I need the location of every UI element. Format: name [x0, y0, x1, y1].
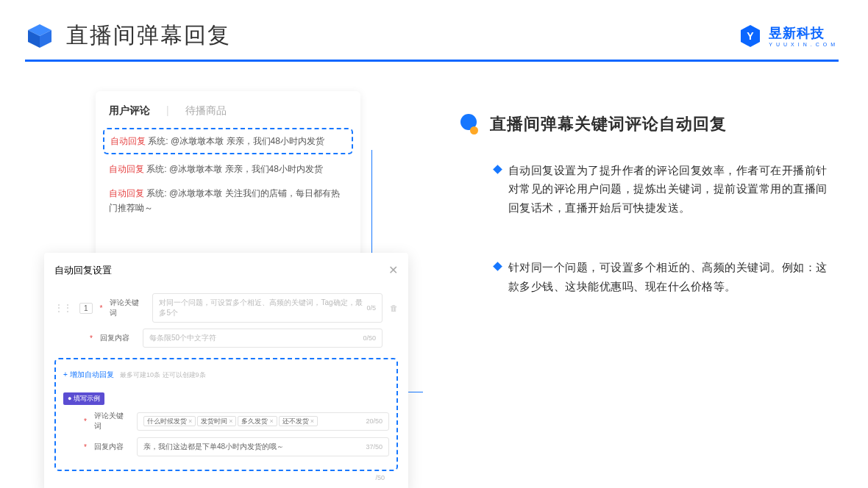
keyword-tag[interactable]: 还不发货×	[279, 416, 318, 426]
comment-row: 自动回复 系统: @冰墩墩本墩 关注我们的店铺，每日都有热门推荐呦～	[109, 182, 347, 220]
keyword-tag[interactable]: 什么时候发货×	[143, 416, 196, 426]
example-chip: ● 填写示例	[63, 392, 104, 405]
add-autoreply-link[interactable]: + 增加自动回复	[63, 370, 114, 380]
autoreply-tag: 自动回复	[109, 188, 144, 198]
tab-user-comments[interactable]: 用户评论	[109, 104, 150, 118]
close-icon[interactable]: ✕	[388, 263, 398, 277]
comment-text: 系统: @冰墩墩本墩 亲亲，我们48小时内发货	[146, 164, 323, 174]
add-hint: 最多可建10条 还可以创建9条	[120, 371, 206, 378]
bullet-diamond-icon	[493, 262, 502, 271]
comment-row: 自动回复 系统: @冰墩墩本墩 亲亲，我们48小时内发货	[109, 157, 347, 181]
svg-text:Y: Y	[747, 30, 755, 42]
required-dot: *	[90, 334, 93, 342]
keyword-label: 评论关键词	[110, 298, 145, 318]
autoreply-tag: 自动回复	[110, 136, 146, 146]
bullet-text: 针对同一个问题，可设置多个相近的、高频的关键词。例如：这款多少钱、这块能优惠吗、…	[508, 259, 839, 296]
drag-handle-icon[interactable]: ⋮⋮	[54, 303, 72, 313]
tab-pending-goods[interactable]: 待播商品	[185, 104, 227, 118]
delete-icon[interactable]: 🗑	[390, 304, 398, 312]
comment-text: 系统: @冰墩墩本墩 亲亲，我们48小时内发货	[148, 136, 324, 146]
required-dot: *	[100, 304, 103, 312]
cube-icon	[25, 21, 54, 51]
bullet-diamond-icon	[493, 165, 502, 174]
example-content-input[interactable]: 亲，我们这边都是下单48小时内发货的哦～ 37/50	[137, 437, 389, 456]
trailing-counter: /50	[54, 471, 398, 481]
logo-text: 昱新科技	[769, 24, 839, 42]
content-label: 回复内容	[100, 333, 135, 343]
example-keyword-label: 评论关键词	[94, 411, 129, 431]
modal-title: 自动回复设置	[54, 264, 112, 277]
tab-separator: |	[166, 104, 169, 118]
example-content-label: 回复内容	[94, 442, 129, 452]
bullet-text: 自动回复设置为了提升作者的评论回复效率，作者可在开播前针对常见的评论用户问题，提…	[508, 162, 839, 218]
example-keyword-input[interactable]: 什么时候发货×发货时间×多久发货×还不发货× 20/50	[137, 412, 389, 431]
keyword-input[interactable]: 对同一个问题，可设置多个相近、高频的关键词，Tag确定，最多5个 0/5	[152, 293, 383, 323]
brand-logo: Y 昱新科技 YUUXIN.COM	[738, 24, 839, 49]
example-box: + 增加自动回复 最多可建10条 还可以创建9条 ● 填写示例 * 评论关键词 …	[54, 358, 398, 471]
autoreply-settings-modal: 自动回复设置 ✕ ⋮⋮ 1 * 评论关键词 对同一个问题，可设置多个相近、高频的…	[44, 253, 408, 488]
content-input[interactable]: 每条限50个中文字符 0/50	[143, 329, 383, 348]
autoreply-tag: 自动回复	[109, 164, 144, 174]
section-heading: 直播间弹幕关键词评论自动回复	[490, 113, 727, 135]
section-blob-icon	[460, 114, 481, 134]
keyword-tag[interactable]: 发货时间×	[197, 416, 236, 426]
comment-row-highlighted: 自动回复 系统: @冰墩墩本墩 亲亲，我们48小时内发货	[103, 128, 353, 154]
page-title: 直播间弹幕回复	[66, 21, 231, 51]
logo-sub: YUUXIN.COM	[769, 42, 839, 47]
keyword-tag[interactable]: 多久发货×	[238, 416, 277, 426]
rule-number: 1	[79, 303, 93, 314]
comment-text: 系统: @冰墩墩本墩 关注我们的店铺，每日都有热门推荐呦～	[109, 188, 340, 213]
